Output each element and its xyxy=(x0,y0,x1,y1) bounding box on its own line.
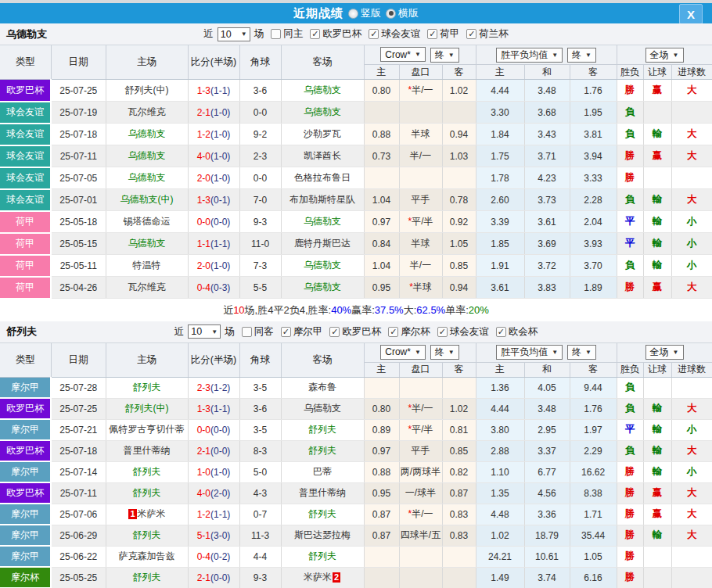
handicap-cell: 平手 xyxy=(399,189,442,211)
home-team-cell: 乌德勒支 xyxy=(106,167,188,189)
result-cell: 平 xyxy=(617,419,643,440)
select-value: Crow* xyxy=(385,49,411,60)
filter-checkbox[interactable]: ✓ xyxy=(437,327,448,337)
filter-label: 荷兰杯 xyxy=(479,27,509,41)
avg-draw-cell: 10.61 xyxy=(524,546,570,567)
match-count-select[interactable]: 10▼ xyxy=(218,27,250,41)
odds-away-cell: 1.03 xyxy=(442,145,476,167)
filter-checkbox[interactable] xyxy=(271,29,281,39)
match-date-cell: 25-07-19 xyxy=(51,102,106,124)
match-type-cell: 球会友谊 xyxy=(0,145,51,167)
avg-type-select[interactable]: 胜平负均值▼ xyxy=(496,345,563,360)
handicap-result-cell xyxy=(643,102,671,124)
layout-horizontal-radio[interactable]: 横版 xyxy=(386,6,419,20)
odds-home-cell: 0.97 xyxy=(364,440,399,461)
filter-label: 场 xyxy=(254,27,264,41)
star-mark: * xyxy=(408,424,412,435)
dropdown-arrow-icon: ▼ xyxy=(211,328,218,335)
odds-company-select[interactable]: Crow*▼ xyxy=(380,345,426,360)
odds-company-select[interactable]: Crow*▼ xyxy=(380,47,426,62)
filter-checkbox[interactable] xyxy=(242,327,252,337)
filter-label: 欧会杯 xyxy=(509,325,538,339)
filter-checkbox[interactable]: ✓ xyxy=(427,29,437,39)
avg-draw-cell: 2.95 xyxy=(524,419,570,440)
corner-cell: 9-3 xyxy=(239,211,281,233)
handicap-result-cell: 赢 xyxy=(643,504,671,525)
odds-home-cell: 0.84 xyxy=(364,233,399,255)
column-header-date: 日期 xyxy=(51,343,106,378)
avg-home-cell: 4.44 xyxy=(476,80,524,102)
home-team-cell: 普里什蒂纳 xyxy=(106,440,188,461)
halftime-score: (0-0) xyxy=(210,217,230,228)
away-team-cell: 鹿特丹斯巴达 xyxy=(281,233,364,255)
fulltime-group-header: 全场▼ xyxy=(617,343,712,363)
table-row: 荷甲25-05-18锡塔德命运0-0(0-0)9-3乌德勒支0.97*平/半0.… xyxy=(0,211,712,233)
avg-away-cell: 3.94 xyxy=(570,145,617,167)
summary-text: 赢率: xyxy=(351,303,375,317)
fulltime-scope-select[interactable]: 全场▼ xyxy=(645,345,684,360)
avg-home-cell: 24.21 xyxy=(476,546,524,567)
match-date-cell: 25-05-25 xyxy=(51,567,106,588)
odds-away-cell: 0.83 xyxy=(442,504,476,525)
layout-vertical-radio[interactable]: 竖版 xyxy=(348,6,381,20)
away-team-cell: 舒列夫 xyxy=(281,440,364,461)
odds-away-cell xyxy=(442,102,476,124)
fulltime-scope-select[interactable]: 全场▼ xyxy=(645,48,684,63)
avg-home-cell: 1.91 xyxy=(476,255,524,277)
avg-stage-select[interactable]: 终▼ xyxy=(567,345,596,360)
away-team-cell: 乌德勒支 xyxy=(281,277,364,299)
filter-label: 同主 xyxy=(283,27,303,41)
halftime-score: (1-0) xyxy=(210,151,230,162)
table-row: 摩尔甲25-06-22萨克森加告兹0-4(0-2)4-4舒列夫24.2110.6… xyxy=(0,546,712,567)
filter-checkbox[interactable]: ✓ xyxy=(388,327,398,337)
filter-checkbox[interactable]: ✓ xyxy=(329,327,340,337)
odds-away-cell: 0.94 xyxy=(442,124,476,145)
fulltime-score: 4-0 xyxy=(197,151,210,162)
handicap-cell: 一/球半 xyxy=(399,482,442,504)
close-button[interactable]: X xyxy=(679,4,703,24)
score-cell: 2-1(0-0) xyxy=(188,567,239,588)
score-cell: 1-1(1-1) xyxy=(188,233,239,255)
match-date-cell: 25-05-15 xyxy=(51,233,106,255)
filter-checkbox[interactable]: ✓ xyxy=(369,29,379,39)
filter-checkbox[interactable]: ✓ xyxy=(310,29,320,39)
halftime-score: (1-1) xyxy=(210,85,230,96)
odds-home-cell: 0.89 xyxy=(364,419,399,440)
goals-result-cell xyxy=(671,567,712,588)
result-cell: 負 xyxy=(617,440,643,461)
handicap-cell xyxy=(399,377,442,398)
match-type-cell: 欧罗巴杯 xyxy=(0,398,51,419)
match-count-select[interactable]: 10▼ xyxy=(188,324,221,339)
odds-away-cell xyxy=(442,167,476,189)
filter-checkbox[interactable]: ✓ xyxy=(281,327,291,337)
odds-away-cell: 0.92 xyxy=(442,211,476,233)
match-date-cell: 25-06-22 xyxy=(51,546,106,567)
dropdown-arrow-icon: ▼ xyxy=(448,349,455,356)
filter-checkbox[interactable]: ✓ xyxy=(496,327,506,337)
corner-cell: 3-6 xyxy=(239,80,281,102)
avg-draw-cell: 3.72 xyxy=(524,255,570,277)
filter-checkbox[interactable]: ✓ xyxy=(466,29,476,39)
match-date-cell: 25-07-18 xyxy=(51,440,106,461)
home-team-cell: 舒列夫(中) xyxy=(106,80,188,102)
odds-stage-select[interactable]: 终▼ xyxy=(430,345,459,360)
avg-stage-select[interactable]: 终▼ xyxy=(567,48,596,63)
handicap-result-cell xyxy=(643,167,671,189)
section-bar-team2: 舒列夫 近10▼场同客✓摩尔甲✓欧罗巴杯✓摩尔杯✓球会友谊✓欧会杯 xyxy=(0,321,712,343)
halftime-score: (2-0) xyxy=(210,488,230,499)
avg-away-cell: 1.76 xyxy=(570,398,617,419)
odds-stage-select[interactable]: 终▼ xyxy=(430,48,459,63)
away-team-cell: 色格拉布鲁日 xyxy=(281,167,364,189)
goals-result-cell: 大 xyxy=(671,504,712,525)
handicap-cell xyxy=(399,567,442,588)
avg-draw-cell: 4.23 xyxy=(524,167,570,189)
select-value: 终 xyxy=(572,48,581,62)
handicap-cell: 半球 xyxy=(399,233,442,255)
subcolumn-header: 主 xyxy=(476,65,524,80)
halftime-score: (1-1) xyxy=(210,509,230,520)
match-type-cell: 荷甲 xyxy=(0,233,51,255)
avg-type-select[interactable]: 胜平负均值▼ xyxy=(496,48,563,63)
fulltime-score: 2-0 xyxy=(197,260,210,271)
halftime-score: (3-0) xyxy=(210,530,230,541)
score-cell: 0-0(0-0) xyxy=(188,419,239,440)
